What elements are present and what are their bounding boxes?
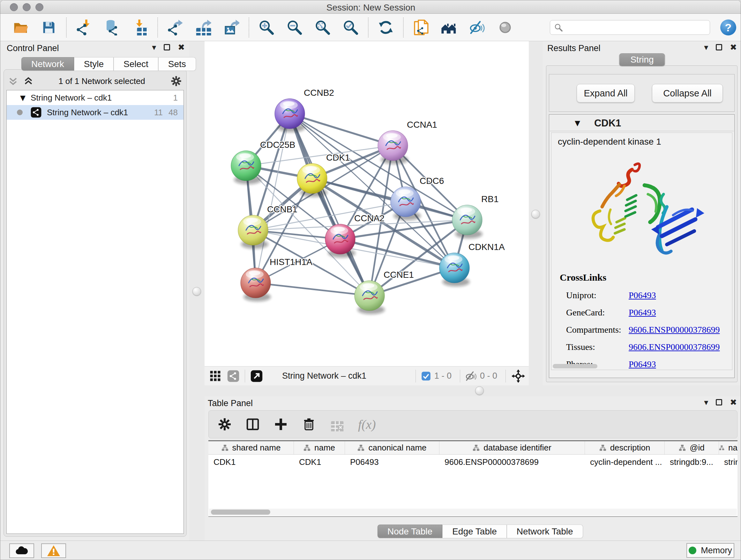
- node-CCNA2[interactable]: CCNA2: [325, 213, 385, 258]
- birdseye-grid-icon[interactable]: [209, 370, 222, 382]
- tab-string[interactable]: String: [619, 53, 665, 66]
- gear-icon[interactable]: [171, 75, 182, 87]
- import-table-file-button[interactable]: [132, 19, 148, 36]
- node-CCNE1[interactable]: CCNE1: [354, 270, 414, 314]
- column-header-description[interactable]: description: [585, 441, 665, 454]
- crosslink-link[interactable]: 9606.ENSP00000378699: [629, 342, 720, 352]
- crosslink-link[interactable]: P06493: [629, 359, 656, 369]
- tab-network-table[interactable]: Network Table: [507, 524, 583, 538]
- table-cell[interactable]: stringdb: [719, 455, 738, 469]
- scrollbar-thumb[interactable]: [211, 509, 270, 515]
- table-cell[interactable]: CDK1: [208, 455, 294, 469]
- crosslink-link[interactable]: P06493: [629, 290, 656, 300]
- gear-icon[interactable]: [218, 417, 232, 431]
- panel-menu-icon[interactable]: ▾: [704, 43, 708, 52]
- splitter-knob[interactable]: [475, 386, 484, 395]
- node-RB1[interactable]: RB1: [452, 194, 498, 239]
- table-row[interactable]: CDK1CDK1P064939606.ENSP00000378699cyclin…: [208, 455, 738, 469]
- column-header--id[interactable]: @id: [665, 441, 719, 454]
- zoom-out-button[interactable]: [286, 19, 303, 36]
- tab-node-table[interactable]: Node Table: [378, 524, 442, 538]
- help-button[interactable]: ?: [720, 19, 736, 36]
- zoom-selected-button[interactable]: [342, 19, 359, 36]
- table-cell[interactable]: stringdb:9...: [665, 455, 719, 469]
- search-input[interactable]: [550, 20, 710, 35]
- protein-entry-header[interactable]: ▼ CDK1: [550, 115, 734, 131]
- zoom-fit-button[interactable]: [314, 19, 331, 36]
- tab-edge-table[interactable]: Edge Table: [442, 524, 507, 538]
- hidden-eye-slash-icon[interactable]: [465, 370, 477, 382]
- crosslink-link[interactable]: P06493: [629, 307, 656, 318]
- edge-HIST1H1A-CCNE1[interactable]: [256, 283, 369, 296]
- save-session-button[interactable]: [41, 19, 57, 36]
- tab-sets[interactable]: Sets: [158, 57, 196, 71]
- node-CDC25B[interactable]: CDC25B: [231, 140, 295, 184]
- add-icon[interactable]: [274, 417, 288, 431]
- vertical-splitter-left[interactable]: [189, 41, 205, 385]
- open-in-window-icon[interactable]: [250, 370, 263, 382]
- zoom-in-button[interactable]: [258, 19, 275, 36]
- string-home-button[interactable]: [441, 19, 457, 36]
- results-hscrollbar[interactable]: [553, 364, 597, 368]
- disclosure-triangle-icon[interactable]: ▼: [575, 119, 580, 127]
- panel-menu-icon[interactable]: ▾: [704, 397, 708, 407]
- node-HIST1H1A[interactable]: HIST1H1A: [241, 257, 313, 301]
- memory-button[interactable]: Memory: [686, 543, 734, 558]
- refresh-network-button[interactable]: [378, 19, 394, 36]
- column-header-canonical-name[interactable]: canonical name: [345, 441, 440, 454]
- column-header-namespac[interactable]: namespac: [719, 441, 738, 454]
- tab-style[interactable]: Style: [74, 57, 114, 71]
- column-header-database-identifier[interactable]: database identifier: [440, 441, 585, 454]
- network-row[interactable]: String Network – cdk1 11 48: [7, 105, 184, 120]
- table-cell[interactable]: CDK1: [294, 455, 345, 469]
- string-glass-toggle-button[interactable]: [469, 19, 485, 36]
- tab-network[interactable]: Network: [21, 57, 74, 71]
- node-CDKN1A[interactable]: CDKN1A: [440, 242, 505, 287]
- export-table-button[interactable]: [195, 19, 212, 36]
- expand-all-button[interactable]: Expand All: [577, 84, 635, 103]
- trash-icon[interactable]: [302, 417, 316, 431]
- splitter-knob[interactable]: [531, 210, 540, 219]
- node-CDC6[interactable]: CDC6: [391, 176, 444, 220]
- network-collection-row[interactable]: ▼ String Network – cdk1 1: [7, 90, 184, 105]
- vertical-splitter-right[interactable]: [529, 41, 543, 385]
- collapse-all-icon[interactable]: [8, 76, 18, 86]
- float-panel-icon[interactable]: [716, 399, 722, 406]
- fit-crosshair-icon[interactable]: [511, 369, 526, 383]
- splitter-knob[interactable]: [192, 287, 201, 296]
- float-panel-icon[interactable]: [716, 44, 722, 51]
- open-session-button[interactable]: [12, 19, 29, 36]
- export-image-button[interactable]: [223, 19, 240, 36]
- close-panel-icon[interactable]: ✖: [178, 43, 185, 52]
- selected-checkbox-icon[interactable]: [421, 371, 431, 381]
- export-network-button[interactable]: [167, 19, 184, 36]
- edge-CCNB2-CCNA1[interactable]: [290, 114, 393, 145]
- panel-menu-icon[interactable]: ▾: [152, 43, 156, 52]
- collapse-all-button[interactable]: Collapse All: [652, 84, 723, 103]
- close-panel-icon[interactable]: ✖: [730, 43, 737, 52]
- string-sphere-toggle-button[interactable]: [497, 19, 514, 36]
- warnings-button[interactable]: [41, 543, 66, 558]
- edge-CCNB2-CCNE1[interactable]: [290, 114, 369, 296]
- cloud-button[interactable]: [9, 543, 34, 558]
- function-builder-icon[interactable]: f(x): [358, 417, 376, 432]
- float-panel-icon[interactable]: [164, 44, 170, 51]
- horizontal-splitter[interactable]: [189, 385, 741, 396]
- import-network-database-button[interactable]: [104, 19, 120, 36]
- network-canvas[interactable]: CCNB2CCNA1CDC25BCDK1CDC6RB1CCNB1CCNA2CDK…: [205, 41, 529, 366]
- expand-all-icon[interactable]: [23, 76, 33, 86]
- node-CCNB1[interactable]: CCNB1: [238, 204, 297, 249]
- string-protein-query-button[interactable]: [413, 19, 429, 36]
- annotations-share-icon[interactable]: [227, 370, 240, 382]
- delete-table-icon[interactable]: [330, 417, 344, 431]
- column-header-shared-name[interactable]: shared name: [208, 441, 294, 454]
- close-panel-icon[interactable]: ✖: [730, 397, 737, 407]
- crosslink-link[interactable]: 9606.ENSP00000378699: [629, 325, 720, 335]
- node-CCNA1[interactable]: CCNA1: [378, 120, 437, 164]
- disclosure-triangle-icon[interactable]: ▼: [20, 94, 25, 102]
- table-cell[interactable]: cyclin-dependent ...: [585, 455, 665, 469]
- table-cell[interactable]: P06493: [345, 455, 440, 469]
- column-header-name[interactable]: name: [294, 441, 345, 454]
- columns-icon[interactable]: [246, 417, 260, 431]
- tab-select[interactable]: Select: [114, 57, 158, 71]
